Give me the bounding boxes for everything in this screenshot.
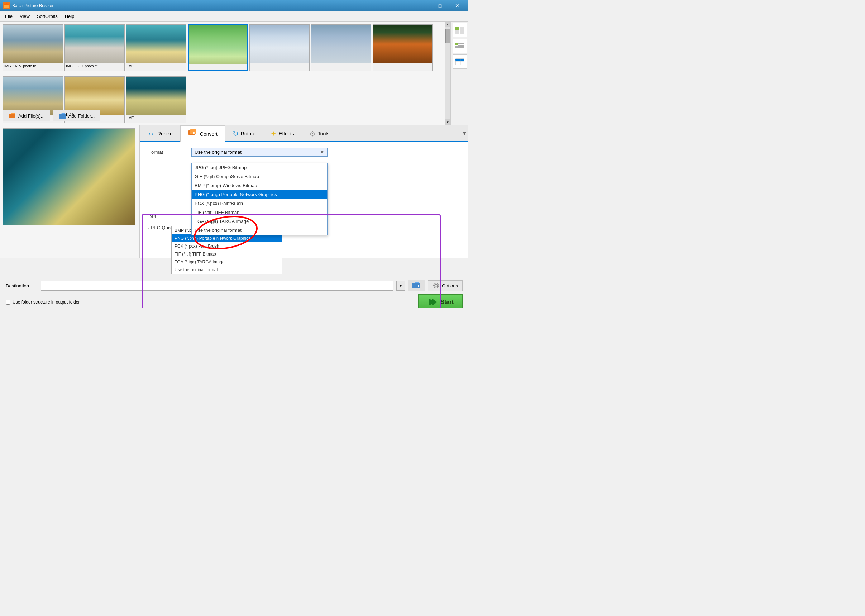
- main-preview-image: [3, 128, 135, 225]
- svg-marker-33: [432, 299, 437, 306]
- svg-marker-27: [412, 282, 419, 283]
- svg-marker-6: [59, 113, 65, 114]
- bg-option-original[interactable]: Use the original format: [172, 266, 282, 274]
- menu-file[interactable]: File: [2, 12, 16, 20]
- format-row: Format Use the original format ▼ JPG (*.…: [148, 148, 460, 157]
- format-dropdown-list: JPG (*.jpg) JPEG Bitmap GIF (*.gif) Comp…: [192, 163, 328, 235]
- minimize-button[interactable]: ─: [414, 0, 431, 11]
- dropdown-arrow-icon: ▼: [320, 150, 324, 155]
- format-option-pcx[interactable]: PCX (*.pcx) PaintBrush: [192, 199, 327, 208]
- destination-label: Destination: [6, 283, 38, 289]
- tools-tab-icon: ⚙: [309, 129, 316, 138]
- close-button[interactable]: ✕: [449, 0, 465, 11]
- svg-rect-16: [458, 47, 464, 48]
- svg-rect-5: [59, 114, 66, 119]
- image-row-1: IMG_1615~photo.tif IMG_1519~photo.tif IM…: [0, 22, 445, 74]
- view-thumbnails-button[interactable]: [452, 23, 467, 37]
- destination-dropdown-arrow[interactable]: ▼: [396, 281, 405, 291]
- destination-input[interactable]: [41, 281, 394, 291]
- format-option-bmp[interactable]: BMP (*.bmp) Windows Bitmap: [192, 181, 327, 190]
- svg-rect-13: [458, 45, 464, 46]
- scroll-up-arrow[interactable]: ▲: [445, 22, 451, 27]
- tab-tools[interactable]: ⚙ Tools: [302, 126, 337, 141]
- maximize-button[interactable]: □: [432, 0, 448, 11]
- use-folder-label: Use folder structure in output folder: [13, 300, 80, 305]
- format-option-png[interactable]: PNG (*.png) Portable Network Graphics: [192, 190, 327, 199]
- tab-resize[interactable]: ↔ Resize: [140, 126, 180, 141]
- svg-point-30: [435, 284, 438, 287]
- image-strip: IMG_1615~photo.tif IMG_1519~photo.tif IM…: [0, 22, 468, 126]
- add-folder-button[interactable]: Add Folder...: [53, 110, 100, 121]
- svg-rect-10: [460, 30, 465, 34]
- use-folder-structure-row: Use folder structure in output folder: [6, 300, 80, 305]
- tab-convert[interactable]: Convert: [180, 126, 225, 142]
- add-folder-icon: [58, 113, 66, 119]
- thumb-2[interactable]: IMG_1519~photo.tif: [64, 24, 125, 71]
- add-files-button[interactable]: Add File(s)...: [3, 110, 50, 121]
- format-option-gif[interactable]: GIF (*.gif) CompuServe Bitmap: [192, 172, 327, 181]
- image-count: t: 15: [66, 112, 74, 117]
- start-icon: [427, 297, 438, 307]
- use-folder-checkbox[interactable]: [6, 300, 10, 305]
- view-list-button[interactable]: [452, 39, 467, 53]
- thumb-5[interactable]: [250, 24, 309, 71]
- format-dropdown[interactable]: Use the original format ▼: [192, 148, 328, 157]
- menu-help[interactable]: Help: [61, 12, 78, 20]
- bg-option-tif[interactable]: TIF (*.tif) TIFF Bitmap: [172, 250, 282, 258]
- format-control: Use the original format ▼: [192, 148, 460, 157]
- window-controls: ─ □ ✕: [414, 0, 465, 11]
- browse-destination-button[interactable]: [408, 280, 425, 291]
- bg-option-pcx[interactable]: PCX (*.pcx) PaintBrush: [172, 242, 282, 250]
- tab-rotate[interactable]: ↻ Rotate: [225, 126, 263, 141]
- menu-view[interactable]: View: [16, 12, 33, 20]
- add-buttons-row: Add File(s)... Add Folder... t: 15: [0, 108, 103, 124]
- svg-rect-7: [455, 27, 459, 30]
- format-label: Format: [148, 149, 192, 155]
- format-option-tif[interactable]: TIF (*.tif) TIFF Bitmap: [192, 208, 327, 217]
- thumb-4-selected[interactable]: [188, 24, 248, 71]
- svg-rect-11: [455, 43, 458, 45]
- effects-tab-icon: ✦: [270, 129, 276, 138]
- menu-bar: File View SoftOrbits Help: [0, 11, 468, 22]
- svg-marker-4: [9, 113, 16, 114]
- format-option-jpg[interactable]: JPG (*.jpg) JPEG Bitmap: [192, 163, 327, 172]
- scroll-down-arrow[interactable]: ▼: [445, 119, 451, 125]
- start-button[interactable]: Start: [418, 294, 463, 308]
- format-option-tga[interactable]: TGA (*.tga) TARGA Image: [192, 217, 327, 226]
- bottom-row: Use folder structure in output folder St…: [6, 294, 463, 308]
- format-option-original[interactable]: Use the original format: [192, 226, 327, 235]
- left-panel: [0, 126, 140, 258]
- add-files-icon: [8, 113, 16, 119]
- view-calendar-button[interactable]: [452, 55, 467, 69]
- convert-tab-icon: [188, 129, 198, 139]
- scroll-track: [445, 27, 451, 119]
- tab-effects[interactable]: ✦ Effects: [263, 126, 302, 141]
- menu-softorbits[interactable]: SoftOrbits: [33, 12, 61, 20]
- thumb-7[interactable]: [373, 24, 433, 71]
- tab-strip: ↔ Resize Convert ↻ Rotate ✦ Eff: [140, 126, 468, 142]
- tab-scroll-right[interactable]: ▼: [462, 126, 468, 141]
- app-title: Batch Picture Resizer: [12, 3, 414, 8]
- strip-scrollbar[interactable]: ▲ ▼: [445, 22, 451, 125]
- rotate-tab-icon: ↻: [232, 129, 239, 138]
- options-button[interactable]: Options: [428, 280, 463, 291]
- svg-rect-9: [455, 30, 459, 34]
- thumb-6[interactable]: [311, 24, 371, 71]
- resize-tab-icon: ↔: [147, 129, 155, 138]
- thumb-1[interactable]: IMG_1615~photo.tif: [3, 24, 63, 71]
- bg-option-png[interactable]: PNG (*.png) Portable Network Graphics: [172, 234, 282, 242]
- right-toolbar: [451, 22, 468, 125]
- svg-rect-8: [460, 27, 465, 30]
- destination-row: Destination ▼ Options: [6, 280, 463, 291]
- scroll-thumb[interactable]: [446, 29, 451, 43]
- browse-icon: [411, 282, 421, 289]
- svg-rect-12: [458, 43, 464, 44]
- image-list: IMG_1615~photo.tif IMG_1519~photo.tif IM…: [0, 22, 445, 125]
- thumb-10[interactable]: IMG_...: [126, 76, 186, 123]
- dpi-label: DPI: [148, 214, 192, 219]
- bottom-bar: Destination ▼ Options Use folder structu…: [0, 277, 468, 308]
- bg-option-tga[interactable]: TGA (*.tga) TARGA Image: [172, 258, 282, 266]
- options-gear-icon: [432, 282, 440, 289]
- svg-rect-18: [455, 59, 464, 61]
- thumb-3[interactable]: IMG_...: [126, 24, 186, 71]
